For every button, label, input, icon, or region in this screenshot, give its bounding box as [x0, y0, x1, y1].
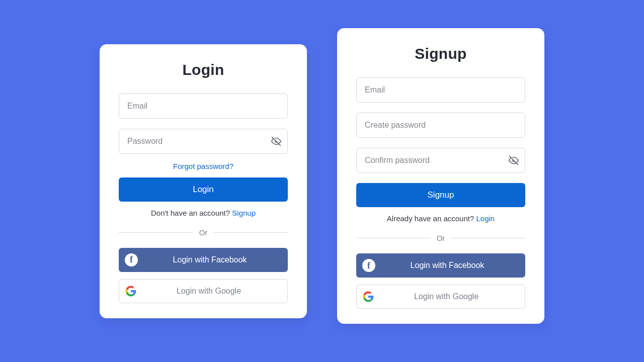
divider-label: Or	[199, 228, 208, 237]
password-field-wrapper	[119, 129, 288, 154]
google-button-label: Login with Google	[136, 287, 281, 296]
divider-line	[451, 238, 525, 238]
email-field-wrapper	[119, 94, 288, 119]
signup-link[interactable]: Signup	[232, 209, 256, 217]
signup-card: Signup Signup Already have an account? L…	[337, 28, 544, 324]
signup-google-button[interactable]: Login with Google	[356, 285, 525, 309]
create-password-field-wrapper	[356, 113, 525, 138]
signup-prompt-text: Don't have an account?	[151, 209, 232, 217]
signup-prompt: Don't have an account? Signup	[119, 209, 288, 217]
forgot-password-link[interactable]: Forgot password?	[119, 162, 288, 170]
eye-off-icon[interactable]	[508, 155, 519, 166]
signup-facebook-button[interactable]: f Login with Facebook	[356, 253, 525, 278]
divider-line	[119, 232, 193, 233]
signup-email-field[interactable]	[356, 77, 525, 103]
facebook-button-label: Login with Facebook	[138, 255, 282, 264]
confirm-password-field[interactable]	[356, 148, 525, 173]
facebook-icon: f	[362, 259, 375, 272]
confirm-password-field-wrapper	[356, 148, 525, 173]
login-facebook-button[interactable]: f Login with Facebook	[119, 248, 288, 272]
google-icon	[125, 286, 136, 297]
facebook-button-label: Login with Facebook	[375, 261, 519, 270]
divider-label: Or	[437, 234, 445, 242]
divider: Or	[119, 228, 288, 237]
signup-button[interactable]: Signup	[356, 183, 525, 207]
create-password-field[interactable]	[356, 113, 525, 138]
login-card: Login Forgot password? Login Don't have …	[100, 44, 307, 318]
eye-off-icon[interactable]	[271, 136, 282, 147]
divider-line	[356, 238, 431, 238]
login-prompt-text: Already have an account?	[387, 214, 476, 223]
signup-title: Signup	[356, 45, 525, 62]
divider-line	[213, 232, 288, 233]
signup-email-field-wrapper	[356, 77, 525, 103]
login-button[interactable]: Login	[119, 177, 288, 202]
login-title: Login	[119, 61, 288, 78]
divider: Or	[356, 234, 525, 242]
google-icon	[363, 291, 374, 302]
login-link[interactable]: Login	[476, 214, 495, 223]
facebook-icon: f	[125, 253, 138, 266]
login-prompt: Already have an account? Login	[356, 214, 525, 223]
login-google-button[interactable]: Login with Google	[119, 279, 288, 303]
password-field[interactable]	[119, 129, 288, 154]
email-field[interactable]	[119, 94, 288, 119]
google-button-label: Login with Google	[374, 292, 519, 301]
